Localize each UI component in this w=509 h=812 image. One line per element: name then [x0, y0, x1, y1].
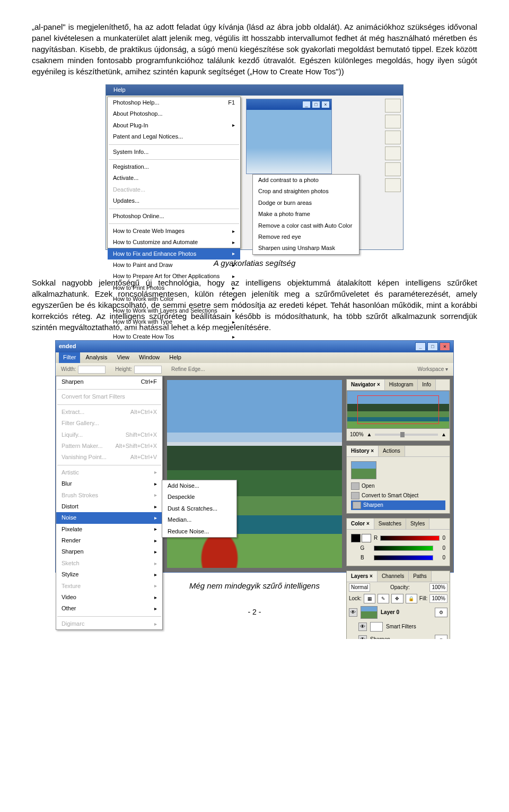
menu-howto-color[interactable]: How to Work with Color: [108, 293, 240, 305]
panel-icon[interactable]: [385, 99, 401, 113]
menu-last-filter[interactable]: Sharpen Ctrl+F: [56, 376, 162, 387]
submenu-despeckle[interactable]: Despeckle: [162, 491, 236, 503]
lock-all-icon[interactable]: 🔒: [406, 594, 417, 603]
zoom-value[interactable]: 100%: [350, 431, 364, 438]
panel-icon[interactable]: [385, 178, 401, 192]
tab-channels[interactable]: Channels: [378, 571, 409, 582]
tab-paths[interactable]: Paths: [409, 571, 432, 582]
menu-video[interactable]: Video: [56, 592, 162, 603]
tab-color[interactable]: Color ×: [347, 519, 374, 529]
navigator-preview[interactable]: [347, 391, 450, 429]
opacity-input[interactable]: 100%: [429, 583, 447, 592]
menu-other[interactable]: Other: [56, 603, 162, 614]
menu-distort[interactable]: Distort: [56, 501, 162, 512]
menu-analysis[interactable]: Analysis: [81, 352, 111, 362]
submenu-sharpen[interactable]: Sharpen using Unsharp Mask: [253, 243, 359, 254]
history-snapshot-thumb[interactable]: [351, 461, 376, 479]
visibility-icon[interactable]: 👁: [358, 623, 367, 631]
close-icon[interactable]: ×: [440, 342, 450, 351]
menu-registration[interactable]: Registration...: [108, 161, 240, 172]
lock-position-icon[interactable]: ✥: [391, 594, 403, 603]
opt-height-input[interactable]: [134, 366, 162, 374]
tab-info[interactable]: Info: [418, 379, 436, 390]
menu-howto-layers[interactable]: How to Work with Layers and Selections: [108, 305, 240, 316]
maximize-icon[interactable]: □: [312, 101, 320, 108]
tab-layers[interactable]: Layers ×: [347, 571, 378, 582]
filter-mask-thumb[interactable]: [370, 622, 383, 632]
panel-icon[interactable]: [385, 146, 401, 160]
menu-howto-prepare[interactable]: How to Prepare Art for Other Application…: [108, 271, 240, 282]
background-swatch[interactable]: [362, 534, 371, 542]
opt-width-input[interactable]: [78, 366, 106, 374]
close-icon[interactable]: ×: [321, 101, 330, 108]
menu-howto-fix[interactable]: How to Fix and Enhance Photos: [108, 248, 240, 260]
submenu-median[interactable]: Median...: [162, 514, 236, 525]
submenu-add-contrast[interactable]: Add contrast to a photo: [253, 175, 359, 186]
color-b-slider[interactable]: [374, 555, 433, 560]
zoom-out-icon[interactable]: ▲: [367, 431, 372, 438]
blend-mode-dropdown[interactable]: Normal: [349, 583, 370, 592]
menu-updates[interactable]: Updates...: [108, 195, 240, 206]
menu-howto-web[interactable]: How to Create Web Images: [108, 226, 240, 237]
foreground-swatch[interactable]: [351, 534, 361, 542]
submenu-dodge[interactable]: Dodge or burn areas: [253, 197, 359, 209]
tab-actions[interactable]: Actions: [379, 446, 405, 456]
menu-filter[interactable]: Filter: [59, 352, 80, 362]
menu-window[interactable]: Window: [135, 352, 164, 362]
history-open[interactable]: Open: [351, 481, 445, 491]
menu-activate[interactable]: Activate...: [108, 172, 240, 184]
maximize-icon[interactable]: □: [427, 342, 438, 351]
color-b-value[interactable]: 0: [442, 554, 445, 562]
menu-pixelate[interactable]: Pixelate: [56, 524, 162, 535]
submenu-frame[interactable]: Make a photo frame: [253, 209, 359, 220]
visibility-icon[interactable]: 👁: [349, 608, 357, 617]
refine-edge-button[interactable]: Refine Edge...: [171, 366, 205, 373]
menu-render[interactable]: Render: [56, 535, 162, 546]
menu-patent[interactable]: Patent and Legal Notices...: [108, 131, 240, 142]
menu-system-info[interactable]: System Info...: [108, 146, 240, 158]
menu-help[interactable]: Help: [165, 352, 186, 362]
panel-icon[interactable]: [385, 115, 401, 128]
menu-blur[interactable]: Blur: [56, 478, 162, 489]
menu-sharpen[interactable]: Sharpen: [56, 546, 162, 557]
color-g-value[interactable]: 0: [442, 545, 445, 552]
panel-icon[interactable]: [385, 162, 401, 176]
fill-input[interactable]: 100%: [429, 594, 447, 603]
panel-icon[interactable]: [385, 131, 401, 144]
minimize-icon[interactable]: _: [302, 101, 311, 108]
layer-row-layer0[interactable]: 👁 Layer 0 ⚙: [347, 604, 450, 620]
filter-badge-icon[interactable]: ⚙: [435, 608, 447, 617]
history-sharpen[interactable]: Sharpen: [351, 500, 445, 510]
menu-howto-create[interactable]: How to Create How Tos: [108, 331, 240, 342]
layer-row-sharpen-filter[interactable]: 👁 Sharpen ≡: [347, 633, 450, 639]
submenu-crop[interactable]: Crop and straighten photos: [253, 186, 359, 197]
tab-navigator[interactable]: Navigator ×: [347, 379, 385, 390]
menu-howto-paint[interactable]: How to Paint and Draw: [108, 260, 240, 271]
minimize-icon[interactable]: _: [415, 342, 426, 351]
lock-transparency-icon[interactable]: ▦: [364, 594, 375, 603]
history-convert[interactable]: Convert to Smart Object: [351, 491, 445, 500]
menu-about-photoshop[interactable]: About Photoshop...: [108, 108, 240, 119]
menu-view[interactable]: View: [112, 352, 134, 362]
blending-options-icon[interactable]: ≡: [435, 635, 447, 639]
layer-row-smart-filters[interactable]: 👁 Smart Filters: [347, 620, 450, 633]
zoom-slider[interactable]: [375, 434, 438, 436]
menu-noise[interactable]: Noise: [56, 512, 162, 523]
color-r-slider[interactable]: [380, 535, 440, 541]
submenu-redeye[interactable]: Remove red eye: [253, 231, 359, 243]
menu-photoshop-online[interactable]: Photoshop Online...: [108, 211, 240, 222]
menu-howto-type[interactable]: How to Work with Type: [108, 316, 240, 327]
tab-history[interactable]: History ×: [347, 446, 379, 456]
menu-howto-print[interactable]: How to Print Photos: [108, 282, 240, 293]
menu-howto-customize[interactable]: How to Customize and Automate: [108, 237, 240, 248]
color-r-value[interactable]: 0: [442, 534, 445, 542]
submenu-dust-scratches[interactable]: Dust & Scratches...: [162, 503, 236, 514]
layer-thumbnail[interactable]: [361, 606, 378, 619]
submenu-add-noise[interactable]: Add Noise...: [162, 480, 236, 491]
submenu-remove-cast[interactable]: Remove a color cast with Auto Color: [253, 220, 359, 231]
lock-pixels-icon[interactable]: ✎: [378, 594, 389, 603]
tab-histogram[interactable]: Histogram: [385, 379, 418, 390]
zoom-in-icon[interactable]: ▲: [441, 431, 446, 438]
tab-swatches[interactable]: Swatches: [374, 519, 406, 529]
workspace-dropdown[interactable]: Workspace ▾: [417, 366, 448, 373]
